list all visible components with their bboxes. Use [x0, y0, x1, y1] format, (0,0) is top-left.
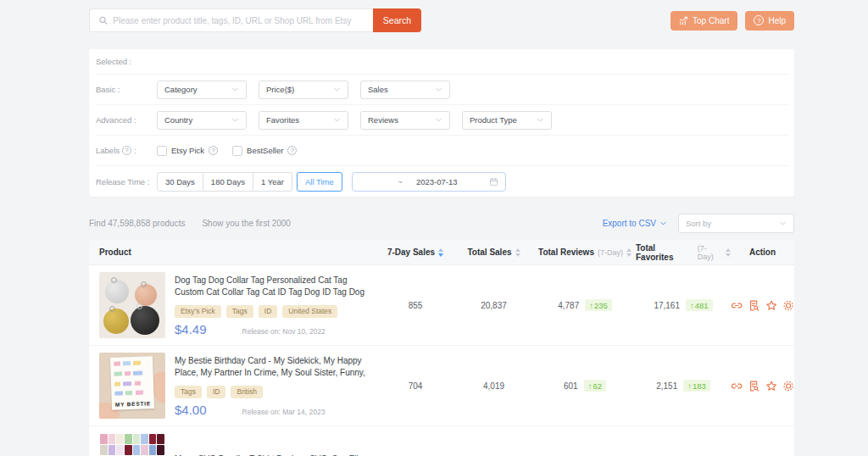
search-icon — [98, 15, 108, 25]
cell-actions — [731, 299, 794, 312]
reviews-delta-badge: ↑235 — [585, 299, 612, 311]
up-arrow-icon: ↑ — [687, 381, 692, 391]
bestseller-help-icon[interactable]: ? — [287, 146, 297, 155]
filter-row-advanced: Advanced : Country Favorites Reviews Pro… — [96, 105, 787, 136]
top-chart-button[interactable]: Top Chart — [670, 11, 737, 31]
badge-id: ID — [259, 305, 278, 318]
product-image[interactable]: MY BESTIE — [99, 353, 165, 419]
up-arrow-icon: ↑ — [588, 381, 593, 391]
filter-row-labels: Labels ? : Etsy Pick ? BestSeller ? — [96, 136, 787, 166]
favorites-dropdown-value: Favorites — [266, 115, 299, 125]
reviews-dropdown-value: Reviews — [368, 115, 398, 125]
shop-analysis-icon[interactable] — [748, 299, 760, 312]
link-icon[interactable] — [731, 380, 743, 392]
product-title[interactable]: My Bestie Birthday Card - My Sidekick, M… — [175, 355, 377, 381]
col-header-total-reviews[interactable]: Total Reviews (7-Day) — [534, 247, 636, 257]
product-badges: Etsy's Pick Tags ID United States — [175, 305, 377, 318]
top-bar: Search Top Chart ? Help — [89, 8, 794, 32]
top-actions: Top Chart ? Help — [670, 11, 794, 31]
release-time-label: Release Time : — [96, 177, 157, 186]
cell-total-sales: 4,019 — [453, 381, 534, 391]
results-bar: Find 47,598,858 products Show you the fi… — [89, 214, 794, 233]
col-header-action: Action — [731, 247, 794, 257]
search-box[interactable] — [89, 8, 373, 32]
product-type-dropdown[interactable]: Product Type — [462, 111, 552, 130]
cell-total-favorites: 2,151 ↑183 — [636, 380, 731, 392]
star-icon[interactable] — [765, 380, 777, 392]
search-group: Search — [89, 8, 421, 32]
release-30-days-button[interactable]: 30 Days — [157, 172, 203, 192]
product-price: $4.00 — [175, 403, 207, 417]
product-release-date: Release on: Mar 14, 2023 — [242, 408, 326, 416]
col-header-product: Product — [89, 247, 377, 257]
chevron-down-icon — [333, 116, 341, 124]
badge-tags: Tags — [226, 305, 253, 318]
cell-total-favorites: 17,161 ↑481 — [636, 299, 731, 311]
filter-row-basic: Basic : Category Price($) Sales — [96, 75, 787, 105]
export-to-csv-label: Export to CSV — [603, 219, 656, 228]
sales-dropdown[interactable]: Sales — [360, 81, 450, 99]
favorites-delta-badge: ↑481 — [686, 299, 713, 311]
release-time-segments: 30 Days 180 Days 1 Year — [157, 172, 292, 192]
help-button[interactable]: ? Help — [745, 11, 794, 31]
etsy-pick-label: Etsy Pick — [171, 146, 204, 155]
product-title[interactable]: Dog Tag Dog Collar Tag Personalized Cat … — [175, 275, 377, 300]
reviews-delta-badge: ↑62 — [584, 380, 606, 392]
product-price: $4.49 — [175, 322, 207, 336]
reviews-dropdown[interactable]: Reviews — [360, 111, 450, 130]
badge-tags: Tags — [175, 386, 202, 398]
results-shown-text: Show you the first 2000 — [202, 219, 291, 228]
track-target-icon[interactable] — [782, 380, 794, 392]
col-header-total-sales[interactable]: Total Sales — [453, 247, 534, 257]
help-label: Help — [768, 16, 786, 25]
chevron-down-icon — [333, 86, 341, 93]
product-image[interactable] — [99, 433, 165, 456]
badge-etsys-pick: Etsy's Pick — [175, 305, 221, 318]
sort-by-dropdown[interactable]: Sort by — [678, 214, 794, 233]
col-header-7day-sales[interactable]: 7-Day Sales — [377, 247, 453, 257]
col-header-total-favorites[interactable]: Total Favorites (7-Day) — [636, 243, 731, 262]
chevron-down-icon — [435, 116, 442, 124]
date-range-picker[interactable]: ~ 2023-07-13 — [352, 172, 506, 192]
bestseller-checkbox[interactable] — [232, 146, 242, 156]
category-dropdown[interactable]: Category — [157, 81, 247, 99]
cell-total-sales: 20,837 — [453, 301, 534, 310]
page: Search Top Chart ? Help Selected : Basic… — [89, 0, 794, 456]
filter-row-release-time: Release Time : 30 Days 180 Days 1 Year A… — [96, 166, 787, 197]
price-dropdown-value: Price($) — [266, 85, 294, 94]
shop-analysis-icon[interactable] — [748, 380, 760, 392]
etsy-pick-help-icon[interactable]: ? — [209, 146, 218, 155]
favorites-dropdown[interactable]: Favorites — [259, 111, 348, 130]
labels-help-icon[interactable]: ? — [122, 146, 131, 155]
sort-icon-total-reviews[interactable] — [626, 248, 632, 257]
export-to-csv-link[interactable]: Export to CSV — [603, 219, 667, 228]
sort-icon-7day-sales[interactable] — [438, 248, 443, 257]
country-dropdown[interactable]: Country — [157, 111, 247, 130]
track-target-icon[interactable] — [782, 299, 794, 312]
link-icon[interactable] — [731, 299, 743, 312]
results-found-text: Find 47,598,858 products — [89, 219, 185, 228]
help-icon: ? — [754, 15, 764, 25]
star-icon[interactable] — [765, 299, 777, 312]
chevron-down-icon — [231, 86, 239, 93]
cell-7day-sales: 855 — [377, 301, 453, 310]
chevron-down-icon — [659, 220, 667, 227]
release-180-days-button[interactable]: 180 Days — [203, 172, 253, 192]
product-cell: Dog Tag Dog Collar Tag Personalized Cat … — [89, 272, 377, 338]
sales-dropdown-value: Sales — [368, 85, 388, 94]
sort-icon-total-sales[interactable] — [515, 248, 520, 257]
search-button[interactable]: Search — [373, 8, 421, 32]
release-all-time-button[interactable]: All Time — [297, 172, 342, 192]
chevron-down-icon — [779, 220, 787, 227]
product-cell: Mega SVG Bundle, T Shirt Designs SVG, Sv… — [89, 433, 377, 456]
price-dropdown[interactable]: Price($) — [259, 81, 348, 99]
products-table: Product 7-Day Sales Total Sales Total Re… — [89, 240, 794, 456]
calendar-icon — [489, 177, 498, 186]
search-input[interactable] — [113, 16, 364, 25]
etsy-pick-checkbox[interactable] — [157, 146, 167, 156]
chart-icon — [679, 16, 688, 25]
release-1-year-button[interactable]: 1 Year — [253, 172, 292, 192]
sort-by-value: Sort by — [686, 219, 711, 228]
labels-label: Labels ? : — [96, 146, 157, 155]
product-image[interactable] — [99, 272, 165, 338]
